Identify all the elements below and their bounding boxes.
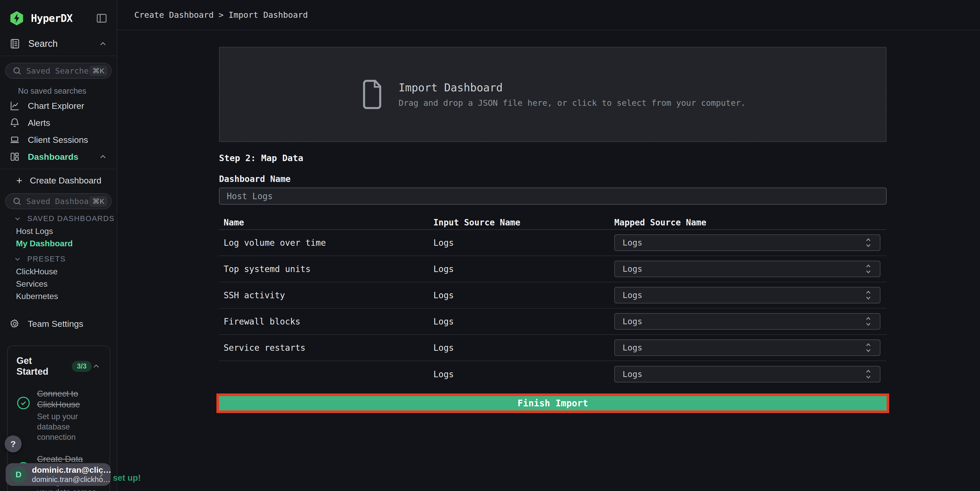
mapped-source-select[interactable]: Logs — [614, 313, 880, 330]
sidebar-item-team-settings[interactable]: Team Settings — [0, 315, 117, 332]
shortcut-badge: ⌘K — [89, 196, 108, 207]
app-root: HyperDX Search — [0, 0, 980, 491]
magnifier-icon — [12, 197, 22, 206]
select-chevrons-icon — [864, 237, 872, 248]
preset-services[interactable]: Services — [0, 278, 117, 290]
user-profile-chip[interactable]: D dominic.tran@clic… dominic.tran@clickh… — [6, 463, 111, 486]
dashboard-name-input[interactable] — [219, 188, 886, 205]
preset-kubernetes[interactable]: Kubernetes — [0, 290, 117, 302]
search-section-label: Search — [28, 38, 58, 49]
main-area: Create Dashboard > Import Dashboard Impo… — [117, 0, 980, 491]
get-started-item[interactable]: Connect to ClickHouse Set up your databa… — [16, 388, 101, 442]
breadcrumb: Create Dashboard > Import Dashboard — [134, 10, 308, 20]
step-title: Step 2: Map Data — [219, 153, 886, 163]
check-circle-icon — [16, 396, 30, 410]
dashboards-icon — [9, 151, 20, 162]
magnifier-icon — [12, 66, 22, 75]
saved-searches-search[interactable]: ⌘K — [5, 63, 112, 79]
select-chevrons-icon — [864, 264, 872, 274]
file-icon — [360, 79, 384, 110]
chevron-down-icon — [13, 255, 22, 263]
chevron-up-icon — [98, 152, 108, 161]
sidebar-item-chart-explorer[interactable]: Chart Explorer — [0, 97, 117, 114]
mapped-source-select[interactable]: Logs — [614, 234, 880, 251]
chevron-up-icon — [98, 39, 108, 48]
user-email: dominic.tran@clickho… — [32, 475, 96, 484]
chevron-down-icon — [13, 215, 22, 223]
click-target-annotation: Finish Import — [216, 394, 889, 413]
select-chevrons-icon — [864, 290, 872, 300]
sidebar-item-alerts[interactable]: Alerts — [0, 114, 117, 131]
dropzone-title: Import Dashboard — [399, 81, 746, 94]
dropzone-subtitle: Drag and drop a JSON file here, or click… — [399, 98, 746, 108]
get-started-progress-badge: 3/3 — [72, 361, 92, 372]
saved-dashboards-section-toggle[interactable]: SAVED DASHBOARDS — [0, 209, 117, 225]
get-started-title: Get Started — [16, 355, 66, 377]
mapping-table-header: Name Input Source Name Mapped Source Nam… — [219, 215, 886, 230]
sidebar-item-dashboards[interactable]: Dashboards — [0, 148, 117, 165]
saved-dashboards-input[interactable] — [26, 197, 89, 206]
select-chevrons-icon — [864, 316, 872, 327]
bell-icon — [9, 118, 20, 128]
sidebar: HyperDX Search — [0, 0, 117, 491]
table-row: Service restarts Logs Logs — [219, 335, 886, 361]
chart-icon — [9, 100, 20, 111]
select-chevrons-icon — [864, 342, 872, 353]
avatar: D — [10, 466, 27, 483]
logo-row: HyperDX — [0, 0, 117, 33]
panel-left-icon — [96, 12, 108, 24]
mapped-source-select[interactable]: Logs — [614, 339, 880, 356]
table-row: Logs Logs — [219, 361, 886, 387]
table-row: Top systemd units Logs Logs — [219, 256, 886, 282]
select-chevrons-icon — [864, 369, 872, 380]
laptop-icon — [9, 134, 20, 145]
gear-icon — [9, 318, 20, 329]
presets-section-toggle[interactable]: PRESETS — [0, 249, 117, 265]
import-dropzone[interactable]: Import Dashboard Drag and drop a JSON fi… — [219, 47, 886, 142]
search-panel-icon — [9, 38, 21, 49]
plus-icon — [15, 176, 24, 185]
mapped-source-select[interactable]: Logs — [614, 261, 880, 277]
table-row: Firewall blocks Logs Logs — [219, 308, 886, 335]
brand-title: HyperDX — [31, 12, 73, 24]
sidebar-dashboard-host-logs[interactable]: Host Logs — [0, 225, 117, 237]
user-name: dominic.tran@clic… — [32, 465, 96, 475]
shortcut-badge: ⌘K — [89, 66, 108, 76]
saved-searches-input[interactable] — [26, 66, 89, 75]
create-dashboard-button[interactable]: Create Dashboard — [0, 169, 117, 187]
mapped-source-select[interactable]: Logs — [614, 287, 880, 303]
finish-import-button[interactable]: Finish Import — [219, 396, 886, 410]
no-saved-searches-note: No saved searches — [0, 79, 117, 97]
mapped-source-select[interactable]: Logs — [614, 366, 880, 382]
page-header: Create Dashboard > Import Dashboard — [117, 0, 980, 30]
preset-clickhouse[interactable]: ClickHouse — [0, 265, 117, 278]
dashboard-name-label: Dashboard Name — [219, 174, 886, 184]
sidebar-dashboard-my-dashboard[interactable]: My Dashboard — [0, 237, 117, 249]
sidebar-collapse-button[interactable] — [96, 12, 108, 24]
chevron-right-icon — [96, 470, 106, 480]
chevron-up-icon[interactable] — [92, 362, 101, 371]
help-button[interactable]: ? — [5, 435, 22, 453]
sidebar-item-client-sessions[interactable]: Client Sessions — [0, 131, 117, 148]
column-header-input-source: Input Source Name — [433, 218, 614, 227]
mapping-table: Name Input Source Name Mapped Source Nam… — [219, 215, 886, 387]
saved-dashboards-search[interactable]: ⌘K — [5, 193, 112, 209]
table-row: SSH activity Logs Logs — [219, 282, 886, 308]
hyperdx-logo-icon — [9, 11, 24, 26]
sidebar-divider — [0, 56, 117, 56]
table-row: Log volume over time Logs Logs — [219, 230, 886, 256]
column-header-mapped-source: Mapped Source Name — [614, 218, 886, 227]
column-header-name: Name — [219, 218, 433, 227]
search-section-toggle[interactable]: Search — [0, 33, 117, 56]
